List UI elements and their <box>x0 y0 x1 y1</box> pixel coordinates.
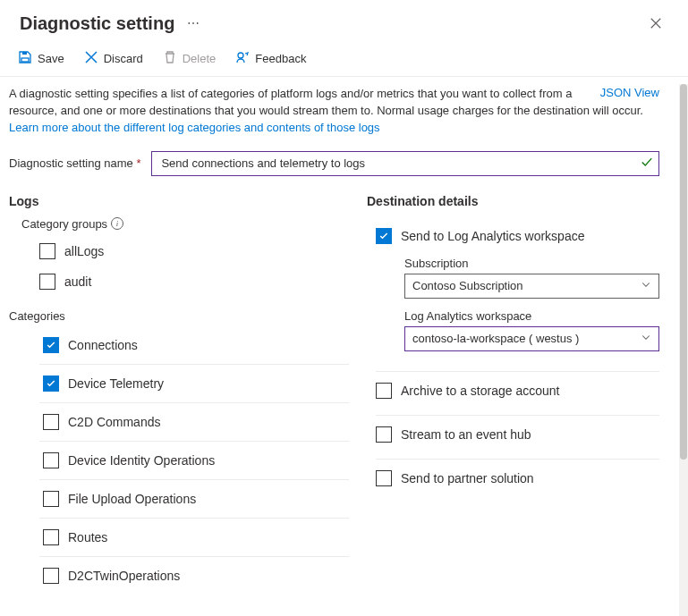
scrollbar[interactable] <box>679 84 688 616</box>
checkbox[interactable] <box>39 243 55 259</box>
info-icon[interactable]: i <box>111 217 123 230</box>
group-label: audit <box>64 274 91 289</box>
dest-eventhub-label: Stream to an event hub <box>401 427 531 442</box>
toggle-send-la[interactable]: Send to Log Analytics workspace <box>376 221 659 251</box>
workspace-select[interactable]: contoso-la-workspace ( westus ) <box>404 326 659 351</box>
dest-partner-label: Send to partner solution <box>401 471 534 485</box>
cat-label: File Upload Operations <box>68 492 196 506</box>
save-button[interactable]: Save <box>9 46 73 71</box>
feedback-label: Feedback <box>255 52 306 65</box>
cat-label: Routes <box>68 530 107 544</box>
categories-list: Connections Device Telemetry C2D Command… <box>39 326 349 595</box>
cat-connections[interactable]: Connections <box>39 326 349 365</box>
chevron-down-icon <box>641 332 651 345</box>
checkbox[interactable] <box>43 452 59 468</box>
checkbox[interactable] <box>43 376 59 392</box>
checkbox[interactable] <box>43 568 59 584</box>
checkbox[interactable] <box>43 529 59 545</box>
group-audit[interactable]: audit <box>39 266 349 297</box>
feedback-button[interactable]: Feedback <box>226 46 315 71</box>
dest-storage: Archive to a storage account <box>376 372 659 416</box>
cat-file-upload-ops[interactable]: File Upload Operations <box>39 480 349 519</box>
valid-check-icon <box>641 156 653 171</box>
cat-label: Device Identity Operations <box>68 453 215 468</box>
delete-label: Delete <box>183 52 217 65</box>
svg-rect-1 <box>22 52 27 55</box>
checkbox[interactable] <box>376 470 392 486</box>
cat-label: Connections <box>68 338 138 352</box>
scrollbar-thumb[interactable] <box>680 84 687 460</box>
discard-label: Discard <box>104 52 143 65</box>
discard-icon <box>84 50 98 67</box>
checkbox[interactable] <box>43 414 59 430</box>
svg-rect-0 <box>21 58 29 62</box>
setting-name-input-wrap[interactable] <box>151 151 659 176</box>
cat-label: C2D Commands <box>68 415 160 429</box>
subscription-value: Contoso Subscription <box>412 279 523 292</box>
dest-eventhub: Stream to an event hub <box>376 416 659 460</box>
svg-point-2 <box>238 53 243 58</box>
delete-button: Delete <box>154 46 225 71</box>
page-title: Diagnostic setting <box>20 13 174 34</box>
setting-name-input[interactable] <box>159 156 632 171</box>
dest-storage-label: Archive to a storage account <box>401 384 559 398</box>
discard-button[interactable]: Discard <box>75 46 152 71</box>
category-groups-list: allLogs audit <box>39 236 349 297</box>
toggle-storage[interactable]: Archive to a storage account <box>376 376 659 406</box>
checkbox[interactable] <box>376 426 392 443</box>
logs-heading: Logs <box>9 194 349 208</box>
save-label: Save <box>38 52 64 65</box>
delete-icon <box>163 50 177 67</box>
dest-log-analytics: Send to Log Analytics workspace Subscrip… <box>376 217 659 372</box>
close-icon <box>650 17 662 30</box>
dest-la-label: Send to Log Analytics workspace <box>401 229 584 243</box>
checkbox[interactable] <box>39 274 55 290</box>
save-icon <box>18 50 32 67</box>
command-bar: Save Discard Delete Feedback <box>0 41 688 77</box>
description-text: A diagnostic setting specifies a list of… <box>9 87 643 117</box>
cat-d2c-twin-ops[interactable]: D2CTwinOperations <box>39 557 349 595</box>
cat-label: Device Telemetry <box>68 376 164 391</box>
checkbox[interactable] <box>43 337 59 353</box>
checkbox[interactable] <box>376 228 392 244</box>
category-groups-heading: Category groups i <box>21 217 349 231</box>
dest-partner: Send to partner solution <box>376 460 659 502</box>
categories-heading: Categories <box>9 309 349 323</box>
json-view-link[interactable]: JSON View <box>600 86 659 99</box>
checkbox[interactable] <box>43 491 59 507</box>
workspace-label: Log Analytics workspace <box>404 309 659 323</box>
feedback-icon <box>235 50 250 67</box>
cat-device-identity-ops[interactable]: Device Identity Operations <box>39 442 349 480</box>
cat-routes[interactable]: Routes <box>39 519 349 557</box>
more-icon[interactable]: ⋯ <box>183 16 204 30</box>
learn-more-link[interactable]: Learn more about the different log categ… <box>9 121 380 134</box>
subscription-label: Subscription <box>404 257 659 270</box>
toggle-partner[interactable]: Send to partner solution <box>376 463 659 494</box>
description: A diagnostic setting specifies a list of… <box>9 86 659 137</box>
close-button[interactable] <box>643 11 668 36</box>
chevron-down-icon <box>641 279 651 292</box>
group-label: allLogs <box>64 244 104 258</box>
group-alllogs[interactable]: allLogs <box>39 236 349 266</box>
setting-name-label: Diagnostic setting name * <box>9 156 140 170</box>
workspace-value: contoso-la-workspace ( westus ) <box>412 332 579 345</box>
cat-c2d-commands[interactable]: C2D Commands <box>39 403 349 442</box>
cat-device-telemetry[interactable]: Device Telemetry <box>39 365 349 403</box>
checkbox[interactable] <box>376 383 392 399</box>
dest-heading: Destination details <box>367 194 659 208</box>
toggle-eventhub[interactable]: Stream to an event hub <box>376 419 659 450</box>
subscription-select[interactable]: Contoso Subscription <box>404 274 659 299</box>
cat-label: D2CTwinOperations <box>68 569 180 583</box>
